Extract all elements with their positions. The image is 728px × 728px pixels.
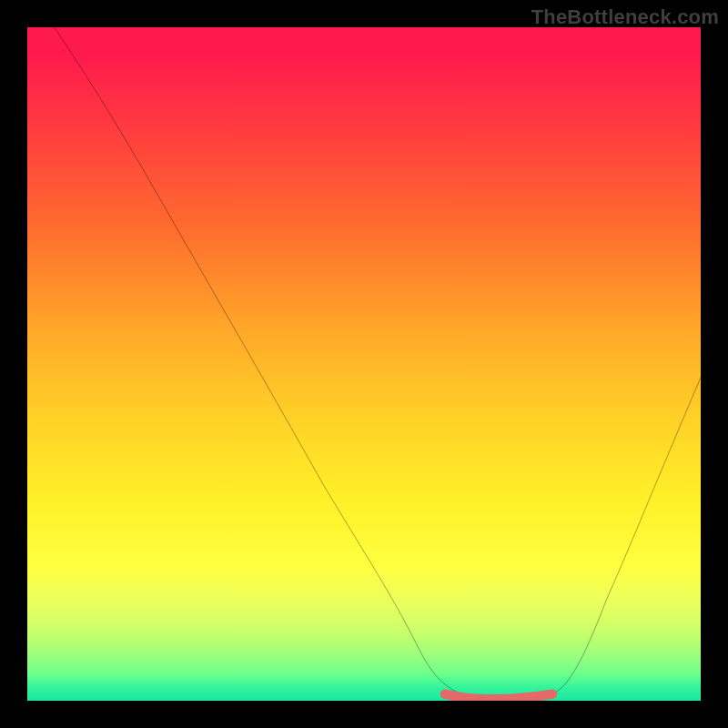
plot-area [27, 27, 701, 701]
bottleneck-curve [55, 27, 701, 701]
chart-svg [27, 27, 701, 701]
optimal-band [445, 694, 552, 700]
watermark-text: TheBottleneck.com [531, 5, 719, 29]
chart-frame: TheBottleneck.com [0, 0, 728, 728]
